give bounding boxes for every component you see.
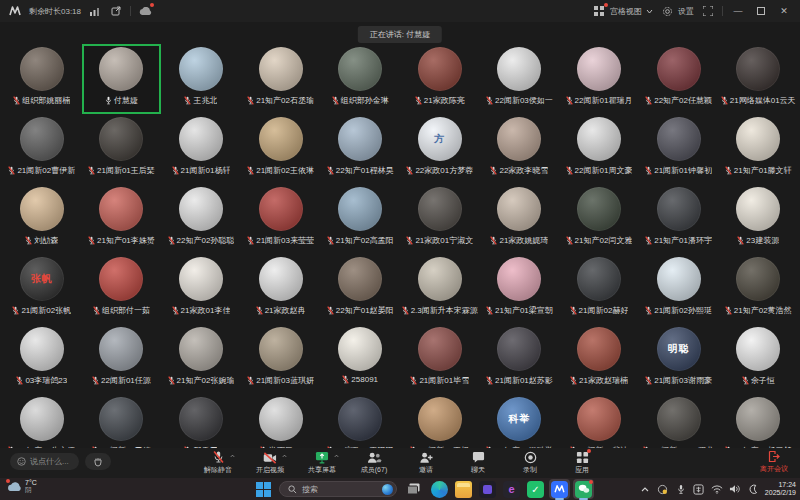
chevron-up-icon[interactable]: [230, 454, 235, 459]
participant-tile[interactable]: 22知产02孙聪聪: [161, 184, 241, 254]
participant-tile[interactable]: 21闻新01王后琹: [82, 114, 162, 184]
participant-tile[interactable]: 22闻新03侯如一: [480, 44, 560, 114]
participant-tile[interactable]: 03李瑞鸽23: [2, 324, 82, 394]
participant-tile[interactable]: 22知产01程林昊: [320, 114, 400, 184]
participant-name-row: 21知产02高孟阳: [327, 235, 394, 246]
taskbar-app-tencent-meeting[interactable]: [549, 479, 570, 499]
participant-tile[interactable]: 21知产01梁宣朝: [480, 254, 560, 324]
chevron-up-icon[interactable]: [282, 454, 287, 459]
participant-tile[interactable]: 组织部孙金琳: [320, 44, 400, 114]
grid-view-button[interactable]: 宫格视图: [592, 4, 653, 18]
start-button[interactable]: [256, 482, 271, 497]
participant-tile[interactable]: 22闻新01任源: [82, 324, 162, 394]
toolbar-apps-button[interactable]: 应用: [561, 450, 603, 475]
participant-tile[interactable]: 22知产02任慧颖: [639, 44, 719, 114]
avatar: 方: [418, 117, 462, 161]
participant-tile[interactable]: 21闻新02曹伊新: [2, 114, 82, 184]
participant-tile[interactable]: 21家政01李佳: [161, 254, 241, 324]
tray-moon-icon[interactable]: [747, 482, 759, 496]
participant-tile[interactable]: 21知产01李姝赟: [82, 184, 162, 254]
participant-tile[interactable]: 21家政陈亮: [400, 44, 480, 114]
participant-tile[interactable]: 张帆21闻新02张帆: [2, 254, 82, 324]
toolbar-chat-button[interactable]: 聊天: [457, 450, 499, 475]
network-signal-icon[interactable]: [88, 4, 102, 18]
taskbar-search[interactable]: 搜索: [279, 481, 397, 497]
tray-input-method-icon[interactable]: [693, 482, 705, 496]
participant-tile[interactable]: 刘劼森: [2, 184, 82, 254]
toolbar-members-button[interactable]: 成员(67): [353, 450, 395, 475]
participant-tile[interactable]: 21闻新01杨轩: [161, 114, 241, 184]
participant-tile[interactable]: 258091: [320, 324, 400, 394]
minimize-button[interactable]: —: [730, 4, 746, 18]
participant-tile[interactable]: 21闻新02王依琳: [241, 114, 321, 184]
taskbar-app-wechat[interactable]: [573, 479, 594, 499]
participant-name-row: 23建装源: [737, 235, 779, 246]
toolbar-screen-share-button[interactable]: 共享屏幕: [301, 450, 343, 475]
participant-tile[interactable]: 方22家政01方梦蓉: [400, 114, 480, 184]
participant-tile[interactable]: 21知产02黄浩然: [718, 254, 798, 324]
toolbar-mic-muted-button[interactable]: 解除静音: [197, 450, 239, 475]
participant-tile[interactable]: 21家政01宁淑文: [400, 184, 480, 254]
participant-tile[interactable]: 22闻新01瞿瑞月: [559, 44, 639, 114]
participant-tile[interactable]: 21家政赵瑞楠: [559, 324, 639, 394]
tray-volume-icon[interactable]: [729, 482, 741, 496]
tray-chevron-up-icon[interactable]: [639, 482, 651, 496]
popout-icon[interactable]: [109, 4, 123, 18]
toolbar-camera-off-button[interactable]: 开启视频: [249, 450, 291, 475]
participant-tile[interactable]: 付慧婕: [82, 44, 162, 114]
tray-wifi-icon[interactable]: [711, 482, 723, 496]
mic-muted-icon: [12, 306, 19, 315]
fullscreen-icon[interactable]: [701, 4, 715, 18]
participant-tile[interactable]: 21知产02高孟阳: [320, 184, 400, 254]
taskbar-app-file-explorer[interactable]: [453, 479, 474, 499]
reaction-button[interactable]: [85, 453, 111, 470]
participant-tile[interactable]: 21知产01潘环宇: [639, 184, 719, 254]
participant-tile[interactable]: 21家政赵冉: [241, 254, 321, 324]
participant-tile[interactable]: 21家政姚娓琦: [480, 184, 560, 254]
avatar: [657, 187, 701, 231]
participant-tile[interactable]: 21知产02张婉瑜: [161, 324, 241, 394]
participant-tile[interactable]: 21知产02石丞瑜: [241, 44, 321, 114]
chevron-up-icon[interactable]: [334, 454, 339, 459]
participant-tile[interactable]: 组织部付一茹: [82, 254, 162, 324]
tray-antivirus-icon[interactable]: [657, 482, 669, 496]
participant-tile[interactable]: 21闻新01赵苏影: [480, 324, 560, 394]
mic-muted-icon: [13, 96, 20, 105]
participant-tile[interactable]: 余子恒: [718, 324, 798, 394]
leave-meeting-button[interactable]: 离开会议: [760, 450, 788, 474]
quick-chat-input[interactable]: 说点什么...: [10, 453, 79, 470]
close-button[interactable]: ✕: [776, 4, 792, 18]
participant-tile[interactable]: 21闻新01毕雪: [400, 324, 480, 394]
participant-tile[interactable]: 王兆北: [161, 44, 241, 114]
tray-microphone-icon[interactable]: [675, 482, 687, 496]
participant-tile[interactable]: 21知产01滕文轩: [718, 114, 798, 184]
participant-name: 22知产01赵晏阳: [336, 305, 394, 316]
taskbar-clock[interactable]: 17:24 2025/2/19: [765, 481, 796, 497]
participant-tile[interactable]: 21闻新01钟馨初: [639, 114, 719, 184]
participant-tile[interactable]: 组织部姚丽楠: [2, 44, 82, 114]
participant-tile[interactable]: 23建装源: [718, 184, 798, 254]
mic-muted-icon: [406, 166, 413, 175]
taskbar-app-app-purple[interactable]: e: [501, 479, 522, 499]
participant-tile[interactable]: 22知产01赵晏阳: [320, 254, 400, 324]
participant-tile[interactable]: 21闻新02孙熙珽: [639, 254, 719, 324]
participant-tile[interactable]: 2.3闻新升本宋霖源: [400, 254, 480, 324]
taskbar-app-app-green[interactable]: ✓: [525, 479, 546, 499]
participant-tile[interactable]: 22家政李晓雪: [480, 114, 560, 184]
toolbar-invite-button[interactable]: 邀请: [405, 450, 447, 475]
participant-tile[interactable]: 21闻新02赫好: [559, 254, 639, 324]
taskbar-app-edge[interactable]: [429, 479, 450, 499]
participant-tile[interactable]: 21网络媒体01云天: [718, 44, 798, 114]
taskbar-weather[interactable]: 7°C 阴: [6, 479, 37, 493]
settings-button[interactable]: 设置: [660, 4, 694, 18]
participant-tile[interactable]: 21闻新03蓝琪妍: [241, 324, 321, 394]
participant-tile[interactable]: 21知产02闫文雅: [559, 184, 639, 254]
participant-tile[interactable]: 明聪21闻新03谢雨豪: [639, 324, 719, 394]
maximize-button[interactable]: [753, 4, 769, 18]
task-view-icon[interactable]: [405, 482, 421, 496]
toolbar-record-button[interactable]: 录制: [509, 450, 551, 475]
cloud-record-icon[interactable]: [138, 4, 152, 18]
taskbar-app-app-dark[interactable]: [477, 479, 498, 499]
participant-tile[interactable]: 22闻新01周文豪: [559, 114, 639, 184]
participant-tile[interactable]: 21闻新03来莹莹: [241, 184, 321, 254]
